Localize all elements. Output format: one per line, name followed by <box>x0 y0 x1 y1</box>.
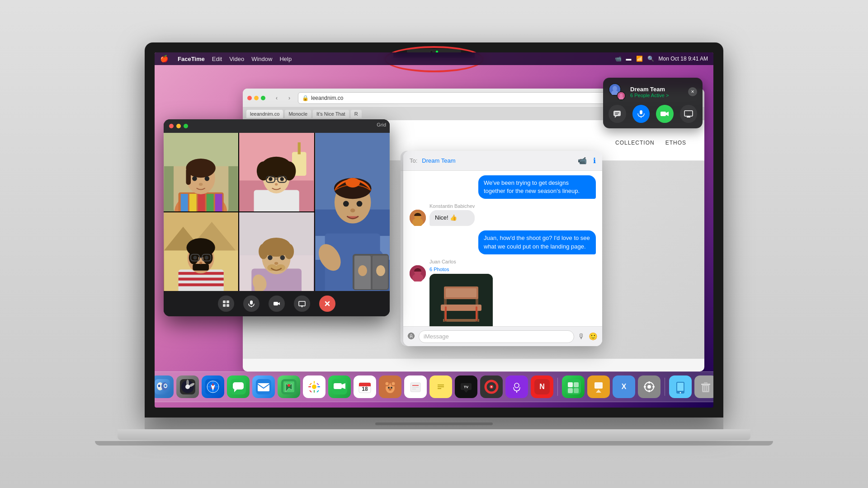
dock-screentime-icon[interactable] <box>669 375 692 398</box>
notification-avatar-group <box>609 83 626 100</box>
dock-news-icon[interactable]: N <box>531 375 553 398</box>
browser-tab-leeandnim[interactable]: leeandnim.co <box>246 110 283 118</box>
macbook-chin <box>375 422 493 425</box>
facetime-end-call-button[interactable] <box>319 296 335 312</box>
svg-rect-162 <box>233 382 244 389</box>
dock-calendar-icon[interactable]: 18 <box>354 375 376 398</box>
svg-point-52 <box>350 209 355 212</box>
svg-rect-99 <box>226 304 229 307</box>
facetime-mic-button[interactable] <box>243 296 259 312</box>
nav-collection[interactable]: COLLECTION <box>615 140 655 146</box>
dock-xcode-icon[interactable]: X <box>613 375 635 398</box>
window-maximize-button[interactable] <box>261 96 265 100</box>
messages-video-icon[interactable]: 📹 <box>578 156 587 165</box>
browser-forward-button[interactable]: › <box>284 93 294 103</box>
notification-message-button[interactable] <box>609 105 626 123</box>
browser-tab-r[interactable]: R <box>351 110 362 118</box>
dock-keynote-icon[interactable] <box>587 375 610 398</box>
dock-bear-icon[interactable] <box>379 375 401 398</box>
notification-screen-button[interactable] <box>680 105 698 123</box>
facetime-maximize-button[interactable] <box>184 124 188 128</box>
messages-input-field[interactable]: iMessage <box>419 330 574 343</box>
facetime-close-button[interactable] <box>169 124 174 128</box>
messages-input-bar: 🅐 iMessage 🎙 🙂 <box>403 326 602 346</box>
notification-audio-button[interactable] <box>632 105 650 123</box>
dock-tv-icon[interactable]: TV <box>455 375 477 398</box>
window-close-button[interactable] <box>247 96 252 100</box>
messages-emoji-icon[interactable]: 🙂 <box>589 332 598 341</box>
participant-1-visual <box>164 133 238 211</box>
tv-svg: TV <box>458 379 474 394</box>
notification-video-button[interactable] <box>656 105 674 123</box>
url-text[interactable]: leeandnim.co <box>311 95 343 101</box>
svg-point-86 <box>268 255 273 260</box>
browser-back-button[interactable]: ‹ <box>272 93 282 103</box>
browser-tab-itsnicethat[interactable]: It's Nice That <box>313 110 349 118</box>
apple-logo-icon[interactable]: 🍎 <box>160 55 169 63</box>
macbook-bottom-bar <box>145 418 723 430</box>
menu-bar-edit[interactable]: Edit <box>212 56 222 62</box>
svg-point-94 <box>358 265 367 276</box>
svg-point-231 <box>647 385 651 389</box>
svg-rect-174 <box>317 386 320 387</box>
safari-svg <box>205 379 221 394</box>
messages-audio-icon[interactable]: 🎙 <box>578 333 585 341</box>
dock-reminders-icon[interactable] <box>404 375 427 398</box>
search-icon[interactable]: 🔍 <box>647 56 654 62</box>
facetime-minimize-button[interactable] <box>176 124 181 128</box>
dock-safari-icon[interactable] <box>202 375 224 398</box>
messages-info-icon[interactable]: ℹ <box>593 156 596 165</box>
message-item-sent-1: We've been trying to get designs togethe… <box>410 175 596 199</box>
dock-finder-icon[interactable] <box>155 375 174 398</box>
dock-facetime-icon[interactable] <box>328 375 351 398</box>
dock-mail-icon[interactable] <box>252 375 275 398</box>
notification-text: Dream Team 6 People Active > <box>630 86 669 98</box>
dock-trash-icon[interactable] <box>694 375 713 398</box>
dock-settings-icon[interactable] <box>638 375 660 398</box>
photos-count-label[interactable]: 6 Photos <box>429 267 493 272</box>
facetime-screen-share-button[interactable] <box>294 296 310 312</box>
nav-ethos[interactable]: ETHOS <box>665 140 686 146</box>
facetime-grid-toggle-button[interactable] <box>218 296 234 312</box>
window-minimize-button[interactable] <box>254 96 259 100</box>
dock-messages-icon[interactable] <box>227 375 250 398</box>
dock-numbers-icon[interactable] <box>562 375 585 398</box>
menu-bar-app-name[interactable]: FaceTime <box>178 56 205 62</box>
svg-point-239 <box>680 392 681 394</box>
facetime-video-button[interactable] <box>269 296 285 312</box>
notification-close-button[interactable]: × <box>688 87 697 96</box>
menu-bar-window[interactable]: Window <box>251 56 272 62</box>
message-group-received-2: Juan Carlos 6 Photos <box>410 259 596 326</box>
dock-podcasts-icon[interactable] <box>505 375 528 398</box>
svg-point-50 <box>343 201 349 207</box>
svg-rect-115 <box>429 274 493 326</box>
grid-toggle-icon <box>222 300 230 307</box>
svg-rect-165 <box>258 383 269 391</box>
notification-people-active: 6 People Active > <box>630 93 669 98</box>
browser-tab-monocle[interactable]: Monocle <box>285 110 311 118</box>
photo-attachment[interactable] <box>429 274 493 326</box>
menu-bar-help[interactable]: Help <box>279 56 292 62</box>
notes-svg <box>433 379 448 394</box>
juan-avatar-svg <box>410 265 426 282</box>
messages-app-icon[interactable]: 🅐 <box>408 333 415 341</box>
svg-point-55 <box>345 178 360 188</box>
messages-titlebar: To: Dream Team 📹 ℹ <box>403 151 602 171</box>
svg-rect-233 <box>649 390 650 392</box>
svg-rect-116 <box>443 319 479 322</box>
screentime-svg <box>673 379 688 394</box>
svg-point-148 <box>158 385 160 387</box>
svg-point-191 <box>386 382 389 385</box>
svg-rect-100 <box>250 300 253 305</box>
dock-maps-icon[interactable] <box>278 375 300 398</box>
dock-music-icon[interactable] <box>480 375 503 398</box>
svg-marker-139 <box>666 112 669 116</box>
dock-photos-icon[interactable] <box>303 375 326 398</box>
dock-launchpad-icon[interactable] <box>176 375 199 398</box>
dock-notes-icon[interactable] <box>429 375 452 398</box>
svg-rect-234 <box>644 386 646 388</box>
svg-point-37 <box>283 161 296 180</box>
facetime-grid-label: Grid <box>377 122 386 127</box>
svg-rect-20 <box>198 194 205 211</box>
menu-bar-video[interactable]: Video <box>229 56 244 62</box>
